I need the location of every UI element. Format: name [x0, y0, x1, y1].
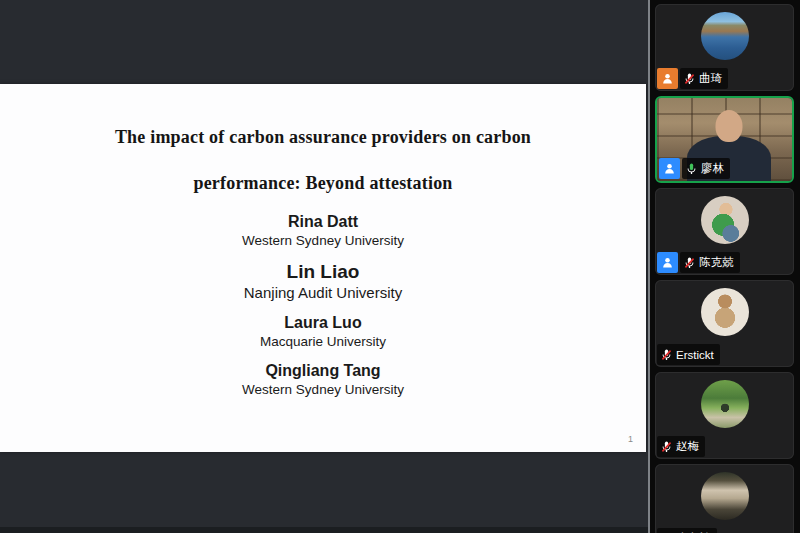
participant-name-tag: 赵梅 — [657, 436, 705, 457]
participant-status-row: 曲琦 — [657, 68, 728, 89]
meeting-window: The impact of carbon assurance providers… — [0, 0, 800, 533]
bottom-bar — [0, 527, 648, 533]
participant-tile[interactable]: Erstickt — [655, 280, 794, 367]
slide-title: The impact of carbon assurance providers… — [0, 114, 646, 206]
author-name: Rina Datt — [0, 212, 646, 232]
screen-share-area: The impact of carbon assurance providers… — [0, 0, 648, 533]
participants-video-strip: 曲琦 — [650, 0, 800, 533]
slide-title-line1: The impact of carbon assurance providers… — [0, 114, 646, 160]
avatar-cake-photo — [701, 288, 749, 336]
participant-status-row: 陈克兢 — [657, 252, 740, 273]
author-affiliation: Macquarie University — [0, 333, 646, 350]
author-block: Laura Luo Macquarie University — [0, 313, 646, 350]
avatar-garden-photo — [701, 380, 749, 428]
avatar-landscape-photo — [701, 12, 749, 60]
participant-name: 陈克兢 — [699, 255, 734, 270]
participant-tile[interactable]: 赵梅 — [655, 372, 794, 459]
participant-role-badge — [659, 158, 680, 179]
author-name: Qingliang Tang — [0, 361, 646, 381]
presentation-slide: The impact of carbon assurance providers… — [0, 84, 646, 452]
author-block: Rina Datt Western Sydney University — [0, 212, 646, 249]
participant-name: Erstickt — [676, 349, 714, 361]
participant-tile[interactable]: 张文兰 — [655, 464, 794, 533]
author-name: Lin Liao — [0, 260, 646, 283]
participant-name-tag: Erstickt — [657, 344, 720, 365]
participant-name-tag: 陈克兢 — [680, 252, 740, 273]
participant-status-row: 赵梅 — [657, 436, 705, 457]
participant-tile[interactable]: 曲琦 — [655, 4, 794, 91]
author-affiliation: Nanjing Audit University — [0, 283, 646, 302]
participant-name: 赵梅 — [676, 439, 699, 454]
speaker-face — [715, 110, 742, 142]
author-list: Rina Datt Western Sydney University Lin … — [0, 212, 646, 398]
participant-name-tag: 曲琦 — [680, 68, 728, 89]
participant-name-tag: 张文兰 — [657, 528, 717, 533]
slide-title-line2: performance: Beyond attestation — [0, 160, 646, 206]
participant-status-row: 廖林 — [659, 158, 730, 179]
mic-muted-icon — [683, 256, 696, 270]
participant-status-row: 张文兰 — [657, 528, 717, 533]
participant-tile[interactable]: 廖林 — [655, 96, 794, 183]
slide-page-number: 1 — [628, 434, 633, 444]
mic-muted-icon — [660, 440, 673, 454]
author-name: Laura Luo — [0, 313, 646, 333]
author-block: Lin Liao Nanjing Audit University — [0, 260, 646, 302]
participant-name: 廖林 — [701, 161, 724, 176]
avatar-house-photo — [701, 472, 749, 520]
participant-name-tag: 廖林 — [682, 158, 730, 179]
mic-muted-icon — [683, 72, 696, 86]
participant-status-row: Erstickt — [657, 344, 720, 365]
participant-tile[interactable]: 陈克兢 — [655, 188, 794, 275]
author-affiliation: Western Sydney University — [0, 232, 646, 249]
author-block: Qingliang Tang Western Sydney University — [0, 361, 646, 398]
participant-role-badge — [657, 252, 678, 273]
mic-active-icon — [685, 162, 698, 176]
avatar-child-photo — [701, 196, 749, 244]
mic-muted-icon — [660, 348, 673, 362]
author-affiliation: Western Sydney University — [0, 381, 646, 398]
participant-name: 曲琦 — [699, 71, 722, 86]
participant-role-badge — [657, 68, 678, 89]
